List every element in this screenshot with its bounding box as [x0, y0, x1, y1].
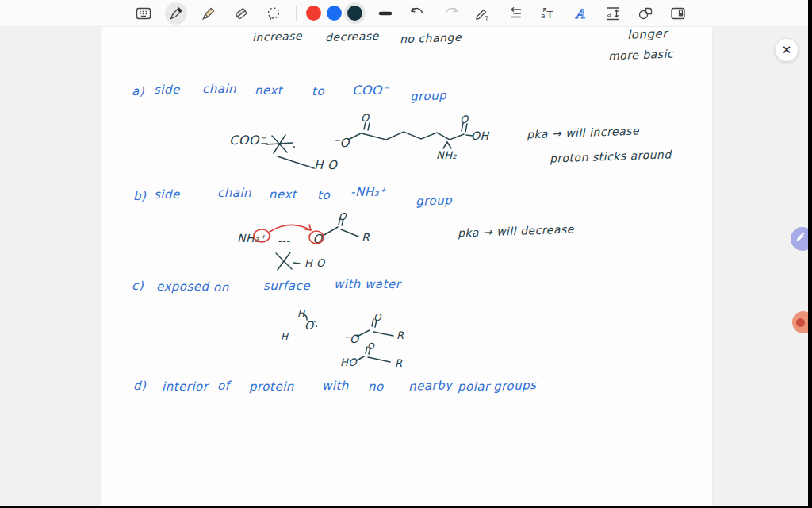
toolbar-divider	[296, 6, 297, 21]
chem-label: ---	[278, 235, 290, 247]
ink-word: with	[322, 379, 349, 393]
eraser-icon	[232, 4, 251, 23]
chem-label: NH₂	[436, 149, 457, 161]
ink-word: next	[255, 83, 282, 98]
ink-word: chain	[202, 82, 236, 96]
ink-word: COO⁻	[352, 83, 389, 98]
chem-label: O	[304, 319, 314, 332]
svg-text:a: a	[541, 11, 546, 19]
chem-label: H O	[314, 158, 337, 172]
lock-button[interactable]	[667, 2, 689, 25]
indent-icon	[506, 4, 525, 23]
svg-text:T: T	[546, 9, 553, 21]
stroke-width-icon	[376, 4, 395, 23]
ink-word: group	[410, 88, 447, 104]
lock-icon	[668, 4, 688, 23]
chem-label: HO	[340, 356, 357, 368]
chem-label: O	[373, 312, 381, 323]
ink-word: more basic	[608, 48, 674, 63]
ink-word: surface	[263, 279, 310, 293]
calligraphy-a-icon: A	[571, 4, 590, 23]
close-button[interactable]: ✕	[776, 39, 798, 61]
highlighter-icon	[199, 4, 218, 23]
pen-icon	[167, 4, 186, 23]
ink-word: to	[312, 84, 324, 98]
shapes-icon	[636, 4, 655, 23]
ink-word: on	[213, 280, 229, 294]
ink-word: longer	[627, 26, 668, 42]
close-icon: ✕	[782, 44, 792, 56]
chem-label: O	[361, 112, 370, 124]
ink-word: protein	[249, 379, 294, 394]
chem-label: ⁻O	[306, 232, 323, 246]
redo-button[interactable]	[439, 2, 462, 25]
ink-word: side	[154, 187, 180, 202]
ink-word: b)	[133, 189, 146, 203]
chem-label: H	[281, 331, 289, 342]
calligraphy-button[interactable]: A	[569, 2, 592, 25]
ink-word: d)	[133, 379, 146, 393]
redo-icon	[441, 4, 460, 23]
keyboard-tool-button[interactable]	[132, 2, 155, 25]
ink-color-blue[interactable]	[327, 6, 342, 21]
pen-tool-button[interactable]	[165, 2, 187, 25]
ink-word: decrease	[325, 29, 379, 44]
ink-word: next	[269, 187, 297, 202]
ink-color-dark-navy[interactable]	[347, 6, 362, 21]
ink-word: interior	[162, 379, 208, 394]
chem-label: COO⁻	[229, 133, 266, 148]
pen-bubble-icon	[794, 231, 806, 247]
app-window: T a T	[0, 0, 812, 508]
ink-word: no	[368, 379, 384, 394]
ink-word: polar	[458, 379, 490, 394]
svg-text:a: a	[607, 10, 612, 18]
drawing-canvas[interactable]	[101, 26, 713, 508]
chem-label: R	[395, 357, 403, 369]
handwriting-to-text-button[interactable]: T	[472, 2, 494, 25]
lasso-tool-button[interactable]	[262, 2, 285, 25]
ink-word: groups	[493, 378, 537, 394]
chem-label: R	[362, 231, 370, 244]
ink-color-red[interactable]	[306, 6, 321, 21]
text-resize-icon: a T	[538, 4, 557, 23]
chem-label: R	[396, 329, 404, 341]
undo-button[interactable]	[407, 2, 429, 25]
record-dot-icon	[796, 318, 805, 327]
chem-label: ⁻O	[343, 333, 358, 345]
line-spacing-icon: a	[603, 4, 622, 23]
ink-word: to	[317, 188, 330, 202]
ink-word: increase	[252, 29, 303, 44]
chem-label: H	[297, 308, 305, 319]
svg-text:A: A	[575, 6, 585, 21]
toolbar: T a T	[0, 0, 812, 27]
ink-word: of	[217, 379, 229, 393]
ink-word: nearby	[408, 378, 453, 394]
shapes-button[interactable]	[634, 2, 657, 25]
ink-word: group	[416, 193, 453, 209]
ink-word: chain	[217, 186, 251, 200]
lasso-icon	[264, 4, 283, 23]
stroke-width-button[interactable]	[374, 2, 396, 25]
ink-word: no change	[400, 31, 462, 46]
ink-word: c)	[132, 279, 144, 293]
chem-label: NH₃⁺	[237, 232, 266, 244]
ink-word: exposed	[156, 279, 209, 294]
chem-label: O	[460, 114, 469, 125]
chem-label: OH	[471, 129, 489, 142]
chem-label: O	[339, 211, 347, 222]
keyboard-icon	[134, 4, 153, 23]
undo-icon	[408, 4, 427, 23]
eraser-tool-button[interactable]	[230, 2, 252, 25]
toolbar-tools: T a T	[127, 2, 695, 25]
ink-word: -NH₃⁺	[350, 185, 385, 199]
indent-button[interactable]	[504, 2, 527, 25]
chem-label: ⁻O	[333, 136, 350, 150]
ink-word: a)	[132, 84, 144, 98]
highlighter-tool-button[interactable]	[197, 2, 220, 25]
text-resize-button[interactable]: a T	[537, 2, 559, 25]
screen-edge-right	[808, 0, 812, 508]
line-spacing-button[interactable]: a	[602, 2, 624, 25]
ink-word: with water	[334, 277, 400, 291]
handwriting-to-text-icon: T	[473, 4, 492, 23]
chem-label: O	[367, 341, 374, 352]
